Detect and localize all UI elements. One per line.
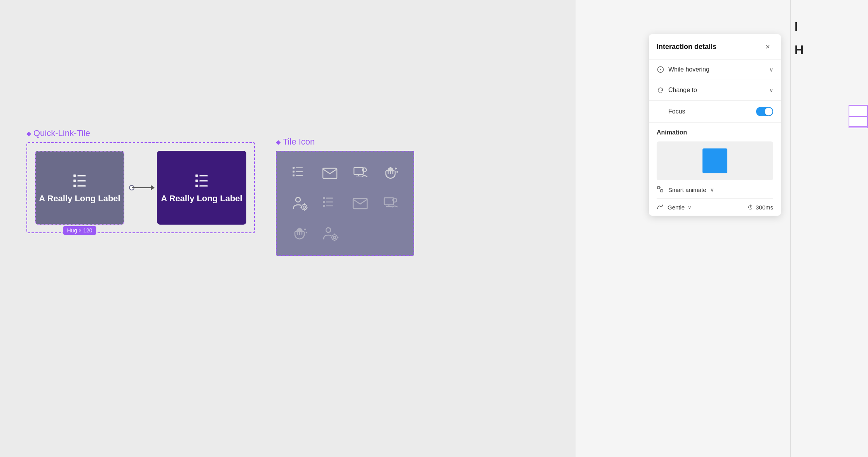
focus-toggle[interactable] xyxy=(756,107,773,116)
smart-animate-chevron: ∨ xyxy=(710,187,714,193)
svg-rect-37 xyxy=(326,202,333,203)
while-hovering-chevron: ∨ xyxy=(769,66,773,73)
animation-preview-box xyxy=(702,148,727,173)
toggle-thumb xyxy=(765,108,772,115)
svg-rect-35 xyxy=(326,198,333,199)
svg-rect-59 xyxy=(661,190,663,192)
icon-hand-2 xyxy=(286,220,313,247)
svg-rect-1 xyxy=(77,175,86,176)
change-to-row[interactable]: Change to ∨ xyxy=(649,80,781,101)
panel-header: Interaction details × xyxy=(649,34,781,59)
icon-person-monitor-1 xyxy=(347,159,374,187)
change-to-label: Change to xyxy=(668,87,765,94)
icon-person-gear-1 xyxy=(286,190,313,217)
svg-rect-19 xyxy=(354,167,363,174)
svg-rect-3 xyxy=(77,180,86,181)
close-button[interactable]: × xyxy=(762,41,773,52)
icon-hand-1 xyxy=(377,159,404,187)
svg-point-27 xyxy=(296,197,300,202)
panel-body: While hovering ∨ Change to ∨ Focus An xyxy=(649,59,781,216)
partial-box-2 xyxy=(849,116,868,127)
smart-animate-control[interactable]: Smart animate ∨ xyxy=(657,186,773,194)
partial-right-panel: I H xyxy=(790,0,868,457)
svg-point-57 xyxy=(660,69,661,70)
tile-default[interactable]: A Really Long Label Hug × 120 xyxy=(35,151,124,225)
svg-rect-15 xyxy=(296,171,303,173)
tile-icon-group: ◆ Tile Icon xyxy=(276,137,414,256)
svg-point-28 xyxy=(303,206,305,208)
connector-line xyxy=(129,187,152,188)
partial-letter-h: H xyxy=(795,43,804,57)
focus-label: Focus xyxy=(657,108,685,115)
tile-icon-diamond: ◆ xyxy=(276,138,281,146)
tile-icon-group-label: ◆ Tile Icon xyxy=(276,137,414,147)
svg-rect-11 xyxy=(199,185,208,187)
quick-link-tile-group: ◆ Quick-Link-Tile A Really Long Label Hu… xyxy=(26,128,255,233)
smart-animate-icon xyxy=(657,186,664,194)
duration-control[interactable]: ⏱ 300ms xyxy=(748,204,773,211)
icon-checklist-2 xyxy=(316,190,343,217)
tile-hover-icon xyxy=(192,171,211,190)
svg-point-49 xyxy=(326,228,331,232)
icon-person-monitor-2 xyxy=(377,190,404,217)
animation-title: Animation xyxy=(657,129,773,136)
svg-rect-17 xyxy=(296,175,303,176)
tile-default-icon xyxy=(70,171,89,190)
gentle-chevron: ∨ xyxy=(688,204,692,210)
arrow-connector xyxy=(129,187,152,188)
svg-rect-13 xyxy=(296,167,303,169)
gentle-icon xyxy=(657,203,664,211)
svg-point-50 xyxy=(333,236,336,239)
icon-envelope-1 xyxy=(316,159,343,187)
icon-envelope-2 xyxy=(347,190,374,217)
group-label: ◆ Quick-Link-Tile xyxy=(26,128,255,138)
gentle-label: Gentle xyxy=(668,204,685,211)
partial-letter-i: I xyxy=(795,19,798,34)
connector-arrow-line xyxy=(132,187,152,188)
tile-icon-label-text: Tile Icon xyxy=(283,137,315,147)
diamond-icon: ◆ xyxy=(26,130,31,137)
change-to-icon xyxy=(657,86,664,94)
focus-row: Focus xyxy=(649,101,781,123)
panel-title: Interaction details xyxy=(657,43,716,51)
group-label-text: Quick-Link-Tile xyxy=(33,128,90,138)
while-hovering-label: While hovering xyxy=(668,66,765,73)
svg-rect-41 xyxy=(384,198,394,205)
tile-icon-container xyxy=(276,151,414,256)
connector-arrowhead xyxy=(151,185,155,190)
tile-hover-label: A Really Long Label xyxy=(161,193,242,204)
while-hovering-icon xyxy=(657,66,664,73)
timer-icon: ⏱ xyxy=(748,204,753,211)
while-hovering-row[interactable]: While hovering ∨ xyxy=(649,59,781,80)
animation-timing-row: Gentle ∨ ⏱ 300ms xyxy=(657,198,773,216)
svg-point-29 xyxy=(302,204,307,210)
group-container: A Really Long Label Hug × 120 xyxy=(26,142,255,233)
tile-hover[interactable]: A Really Long Label xyxy=(157,151,246,225)
svg-rect-5 xyxy=(77,185,86,187)
tile-default-label: A Really Long Label xyxy=(39,193,120,204)
size-badge: Hug × 120 xyxy=(63,226,96,235)
animation-section: Animation Smart animate ∨ xyxy=(649,123,781,216)
svg-rect-9 xyxy=(199,180,208,181)
change-to-chevron: ∨ xyxy=(769,87,773,93)
icon-person-gear-2 xyxy=(316,220,343,247)
smart-animate-label: Smart animate xyxy=(668,187,706,193)
duration-label: 300ms xyxy=(756,204,773,211)
animation-preview xyxy=(657,141,773,180)
interaction-panel: Interaction details × While hovering ∨ xyxy=(649,34,781,216)
svg-rect-7 xyxy=(199,175,208,176)
gentle-control[interactable]: Gentle ∨ xyxy=(657,203,744,211)
icon-checklist-1 xyxy=(286,159,313,187)
svg-point-51 xyxy=(332,235,337,240)
svg-rect-39 xyxy=(326,206,333,207)
svg-rect-58 xyxy=(657,187,660,189)
